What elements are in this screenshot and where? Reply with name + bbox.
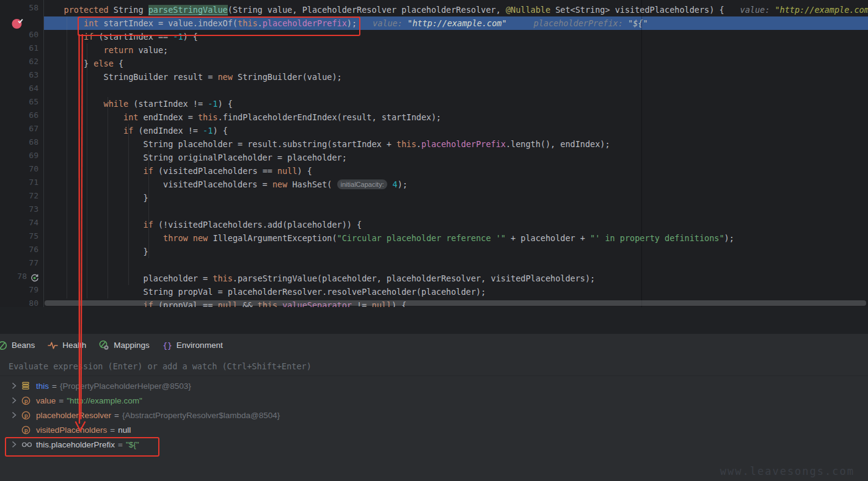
line-number[interactable]: 60 [29,30,38,39]
code-line-66[interactable]: 66 int endIndex = this.findPlaceholderEn… [0,110,868,124]
code-line-69[interactable]: 69 String originalPlaceholder = placehol… [0,151,868,164]
line-number[interactable]: 69 [29,151,38,160]
line-number[interactable]: 75 [29,231,38,240]
code-line-74[interactable]: 74 if (!visitedPlaceholders.add(placehol… [0,218,868,231]
code-text: placeholder = this.parseStringValue(plac… [44,272,868,285]
line-number[interactable]: 76 [29,245,38,254]
tab-beans[interactable]: Beans [0,341,35,350]
line-number[interactable]: 66 [29,110,38,120]
gutter[interactable]: 80 [0,298,44,307]
gutter[interactable]: 60 [0,30,44,43]
right-margin-guide [641,0,642,307]
horizontal-scrollbar[interactable] [45,300,866,306]
chevron-expand-icon[interactable] [12,397,21,404]
line-number[interactable]: 78 [17,272,27,281]
code-line-79[interactable]: 79 String propVal = placeholderResolver.… [0,285,868,298]
code-line-76[interactable]: 76 } [0,245,868,258]
gutter[interactable]: 65 [0,97,44,110]
svg-text:p: p [24,412,28,419]
code-line-71[interactable]: 71 visitedPlaceholders = new HashSet( in… [0,178,868,191]
gutter[interactable]: 77 [0,258,44,272]
variable-row-this[interactable]: this={PropertyPlaceholderHelper@8503} [0,378,868,393]
code-line-61[interactable]: 61 return value; [0,43,868,57]
equals-sign: = [114,411,119,420]
code-line-62[interactable]: 62 } else { [0,57,868,70]
gutter[interactable]: 73 [0,204,44,218]
gutter[interactable]: 62 [0,57,44,70]
gutter[interactable]: 78 [0,272,44,285]
code-line-65[interactable]: 65 while (startIndex != -1) { [0,97,868,110]
code-line-73[interactable]: 73 [0,204,868,218]
gutter[interactable]: 72 [0,191,44,204]
editor-panel-gap [0,307,868,334]
code-text [44,84,868,97]
gutter[interactable]: 68 [0,137,44,151]
code-line-70[interactable]: 70 if (visitedPlaceholders == null) { [0,164,868,178]
chevron-expand-icon[interactable] [12,382,21,389]
gutter[interactable]: 66 [0,110,44,124]
code-text: if (endIndex != -1) { [44,124,868,137]
line-number[interactable]: 79 [29,285,38,294]
gutter[interactable]: 71 [0,178,44,191]
line-number[interactable]: 61 [29,43,38,52]
gutter[interactable] [0,16,44,30]
code-text: } [44,245,868,258]
line-number[interactable]: 77 [29,258,38,267]
line-number[interactable]: 74 [29,218,38,227]
braces-icon: {} [162,341,172,350]
gutter[interactable]: 74 [0,218,44,231]
gutter[interactable]: 69 [0,151,44,164]
code-line-72[interactable]: 72 } [0,191,868,204]
tab-environment[interactable]: {}Environment [162,341,223,350]
gutter[interactable]: 79 [0,285,44,298]
code-line-59[interactable]: int startIndex = value.indexOf(this.plac… [0,16,868,30]
gutter[interactable]: 64 [0,84,44,97]
code-line-63[interactable]: 63 StringBuilder result = new StringBuil… [0,70,868,84]
breakpoint-icon[interactable] [12,18,24,29]
line-number[interactable]: 62 [29,57,38,66]
line-number[interactable]: 65 [29,97,38,106]
code-line-58[interactable]: 58 protected String parseStringValue(Str… [0,3,868,16]
gutter[interactable]: 75 [0,231,44,245]
code-line-67[interactable]: 67 if (endIndex != -1) { [0,124,868,137]
line-number[interactable]: 70 [29,164,38,173]
code-text: while (startIndex != -1) { [44,97,868,110]
chevron-expand-icon[interactable] [12,411,21,419]
watch-icon [21,441,36,449]
gutter[interactable]: 76 [0,245,44,258]
this-icon [21,382,36,390]
pulse-icon [48,341,58,350]
code-line-78[interactable]: 78 placeholder = this.parseStringValue(p… [0,272,868,285]
code-editor[interactable]: 58 protected String parseStringValue(Str… [0,0,868,307]
code-text: String originalPlaceholder = placeholder… [44,151,868,164]
line-number[interactable]: 71 [29,178,38,187]
gutter[interactable]: 70 [0,164,44,178]
line-number[interactable]: 58 [29,3,38,12]
gutter[interactable]: 58 [0,3,44,16]
chevron-expand-icon[interactable] [12,441,21,448]
gutter[interactable]: 67 [0,124,44,137]
variable-row-value[interactable]: pvalue="http://example.com" [0,393,868,408]
code-line-75[interactable]: 75 throw new IllegalArgumentException("C… [0,231,868,245]
tab-mappings[interactable]: Mappings [99,340,150,350]
line-number[interactable]: 72 [29,191,38,200]
line-number[interactable]: 73 [29,204,38,214]
variable-row-placeholderResolver[interactable]: pplaceholderResolver={AbstractPropertyRe… [0,408,868,422]
line-number[interactable]: 67 [29,124,38,133]
code-line-68[interactable]: 68 String placeholder = result.substring… [0,137,868,151]
gutter[interactable]: 61 [0,43,44,57]
variable-name: placeholderResolver [36,411,111,420]
tab-health[interactable]: Health [48,341,86,350]
line-number[interactable]: 63 [29,70,38,79]
code-line-64[interactable]: 64 [0,84,868,97]
evaluate-expression-bar[interactable]: Evaluate expression (Enter) or add a wat… [0,356,868,376]
variable-row-this-placeholderPrefix[interactable]: this.placeholderPrefix="${" [0,437,868,452]
line-number[interactable]: 64 [29,84,38,93]
variable-row-visitedPlaceholders[interactable]: pvisitedPlaceholders=null [0,422,868,437]
parameter-icon: p [21,411,36,420]
code-line-77[interactable]: 77 [0,258,868,272]
line-number[interactable]: 80 [29,298,38,307]
code-line-60[interactable]: 60 if (startIndex == -1) { [0,30,868,43]
gutter[interactable]: 63 [0,70,44,84]
line-number[interactable]: 68 [29,137,38,146]
